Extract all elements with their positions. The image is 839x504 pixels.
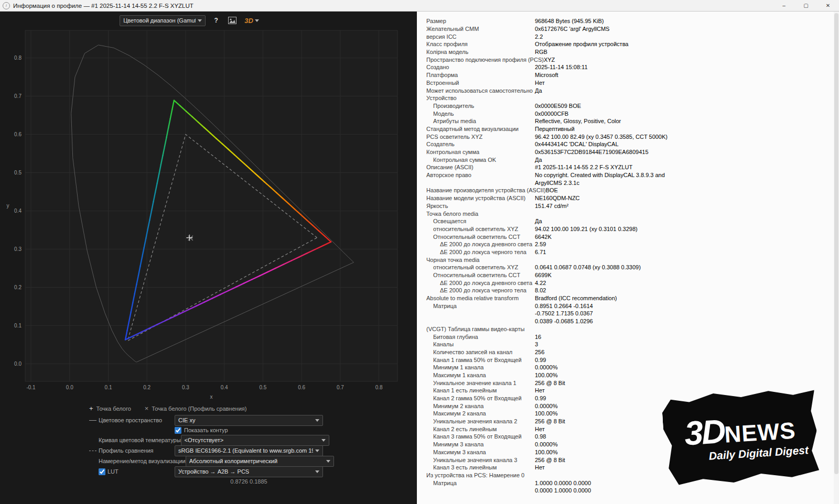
help-button[interactable]: ? <box>210 15 222 26</box>
svg-text:0.2: 0.2 <box>143 385 150 390</box>
scrollbar[interactable] <box>834 12 839 504</box>
info-value: 3 <box>535 341 538 347</box>
show-outline-row: Показать контур <box>0 425 417 435</box>
info-section-row: Точка белого media <box>417 210 839 217</box>
view-mode-select[interactable]: Цветовой диапазон (Gamut) <box>120 15 206 26</box>
info-row: Название модели устройства (ASCII)NE160Q… <box>417 194 839 202</box>
info-value: 0.8951 0.2664 -0.1614 <box>535 303 593 309</box>
info-row: Максимум 1 канала100.00% <box>417 371 839 379</box>
info-label: Название производителя устройства (ASCII… <box>417 187 546 193</box>
info-label: Относительный осветитель CCT <box>417 234 535 240</box>
lut-checkbox[interactable] <box>99 468 105 475</box>
info-label: Яркость <box>417 203 535 209</box>
info-label: Уникальные значения канала 2 <box>417 418 535 424</box>
rendering-intent-select[interactable]: Абсолютный колориметрический <box>186 456 334 467</box>
coordinates-status: 0.8726 0.1885 <box>175 478 323 485</box>
info-row: ArgyllCMS 2.3.1c <box>417 179 839 187</box>
info-label: Встроенный <box>417 80 535 86</box>
info-label: Чорная точка media <box>417 257 535 263</box>
maximize-button[interactable]: ▢ <box>795 0 817 11</box>
info-value: 256 @ 8 Bit <box>535 418 565 424</box>
svg-text:0.6: 0.6 <box>298 385 305 390</box>
info-value: Нет <box>535 464 545 470</box>
rendering-intent-label: Намерение/метод визуализации <box>99 458 186 464</box>
info-label: Может использоваться самостоятельно <box>417 87 535 94</box>
info-value: 0.0000% <box>535 364 557 370</box>
window-controls: – ▢ ✕ <box>773 0 839 11</box>
colorspace-select[interactable]: CIE xy <box>175 415 323 426</box>
info-row: Описание (ASCII)#1 2025-11-14 14-55 2.2 … <box>417 163 839 171</box>
info-row: Количество записей на канал256 <box>417 348 839 356</box>
svg-text:0.7: 0.7 <box>14 93 21 99</box>
svg-text:y: y <box>7 203 9 209</box>
info-label: Каналы <box>417 341 535 347</box>
save-image-button[interactable] <box>227 15 238 26</box>
info-value: Да <box>535 87 542 94</box>
info-row: Желательный CMM0x6172676C 'argl' ArgyllC… <box>417 25 839 33</box>
svg-text:0.7: 0.7 <box>337 385 344 390</box>
svg-text:0.3: 0.3 <box>14 246 21 252</box>
info-label: версия ICC <box>417 34 535 40</box>
info-value: RGB <box>535 49 547 55</box>
info-label: Канал 2 гамма 50% от Входящей <box>417 395 535 401</box>
info-row: -0.7502 1.7135 0.0367 <box>417 310 839 317</box>
info-value: 1.0000 0.0000 0.0000 <box>535 480 591 486</box>
info-label: Желательный CMM <box>417 26 535 32</box>
info-label: Авторское право <box>417 172 535 178</box>
comparison-profile-select[interactable]: sRGB IEC61966-2.1 (Equivalent to www.srg… <box>175 445 323 456</box>
show-outline-checkbox[interactable] <box>175 427 181 434</box>
svg-text:0.8: 0.8 <box>375 385 383 390</box>
info-label: ΔE 2000 до локуса дневного света <box>417 280 535 286</box>
info-label: Минимум 2 канала <box>417 403 535 409</box>
info-label: Название модели устройства (ASCII) <box>417 195 535 201</box>
solid-line-icon <box>89 420 96 421</box>
info-row: 0.0000 1.0000 0.0000 <box>417 487 839 495</box>
lut-select[interactable]: Устройство → A2B → PCS <box>175 466 323 477</box>
info-row: Размер968648 Bytes (945.95 KiB) <box>417 17 839 25</box>
info-row: Может использоваться самостоятельноДа <box>417 86 839 94</box>
rendering-intent-row: Намерение/метод визуализации Абсолютный … <box>0 456 417 466</box>
info-value: 100.00% <box>535 372 557 378</box>
info-value: Microsoft <box>535 72 558 78</box>
info-label: Относительный осветитель CCT <box>417 272 535 278</box>
info-label: Минимум 1 канала <box>417 364 535 370</box>
info-row: ΔE 2000 до локуса дневного света2.59 <box>417 240 839 248</box>
info-label: относительный осветитель XYZ <box>417 226 535 232</box>
info-label: Канал 1 есть линейным <box>417 387 535 393</box>
info-label: ΔE 2000 до локуса дневного света <box>417 241 535 247</box>
info-row: Яркость151.47 cd/m² <box>417 202 839 210</box>
info-row: Создано2025-11-14 15:08:11 <box>417 63 839 71</box>
whitepoint-legend-item: +Точка белого <box>89 404 131 412</box>
info-value: 6.71 <box>535 249 546 255</box>
info-value: 8.02 <box>535 287 546 293</box>
info-value: 0.99 <box>535 357 546 363</box>
info-label: Атрибуты media <box>417 118 535 124</box>
info-label: Размер <box>417 18 535 24</box>
3d-view-menu-button[interactable]: 3D <box>243 15 261 26</box>
svg-text:0.6: 0.6 <box>14 132 21 137</box>
minimize-button[interactable]: – <box>773 0 795 11</box>
info-label: Максимум 2 канала <box>417 410 535 417</box>
info-value: 0.0000% <box>535 441 557 447</box>
svg-text:0.4: 0.4 <box>221 385 228 390</box>
dashed-line-icon <box>89 451 96 451</box>
chromaticity-diagram[interactable]: -0.10.00.10.20.30.40.50.60.70.80.00.10.2… <box>0 27 404 400</box>
info-value: 0.0641 0.0687 0.0748 (xy 0.3088 0.3309) <box>535 264 641 270</box>
info-row: Каналы3 <box>417 341 839 348</box>
svg-text:0.5: 0.5 <box>14 170 21 176</box>
info-value: 0x00000CFB <box>535 111 568 117</box>
info-row: ВстроенныйНет <box>417 79 839 87</box>
info-value: 151.47 cd/m² <box>535 203 568 209</box>
close-button[interactable]: ✕ <box>817 0 839 11</box>
info-row: ΔE 2000 до локуса дневного света4.22 <box>417 279 839 287</box>
info-label: Канал 2 есть линейным <box>417 426 535 432</box>
x-marker-icon: × <box>145 404 149 412</box>
info-value: 0x4443414C 'DCAL' DisplayCAL <box>535 141 619 147</box>
temperature-curve-select[interactable]: <Отсутствует> <box>181 435 329 446</box>
svg-text:0.2: 0.2 <box>14 284 21 290</box>
info-value: 100.00% <box>535 410 557 417</box>
info-row: Атрибуты mediaReflective, Glossy, Positi… <box>417 117 839 125</box>
info-label: относительный осветитель XYZ <box>417 264 535 270</box>
scrollbar-thumb[interactable] <box>834 13 838 474</box>
window-titlebar: i Информация о профиле — #1 2025-11-14 1… <box>0 0 839 12</box>
